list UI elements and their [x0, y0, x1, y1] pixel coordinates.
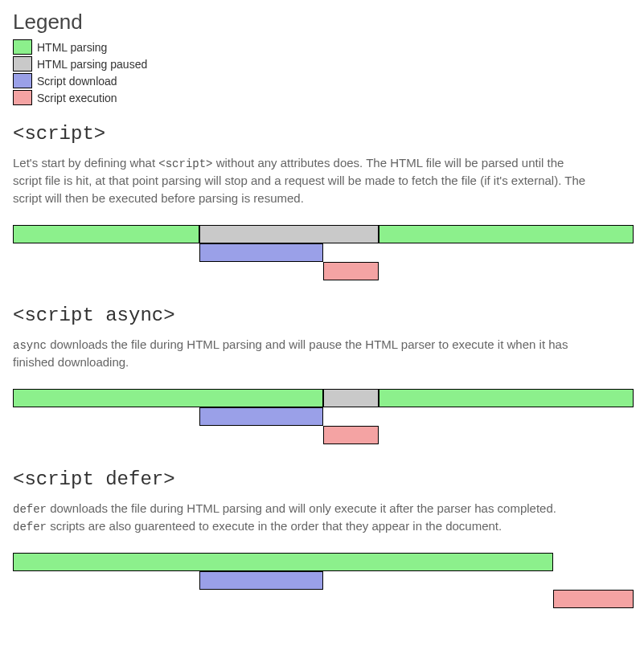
- segment-parsing: [13, 225, 199, 243]
- section-heading: <script async>: [13, 305, 631, 326]
- timeline-row: [13, 553, 634, 571]
- segment-paused: [323, 389, 379, 407]
- timeline-row: [13, 407, 634, 426]
- segment-download: [199, 571, 323, 590]
- timeline-row: [13, 225, 634, 243]
- desc-code: defer: [13, 503, 47, 516]
- legend-label: HTML parsing paused: [37, 58, 147, 71]
- segment-parsing: [13, 389, 323, 407]
- desc-code: async: [13, 339, 47, 352]
- timeline-plain: [13, 225, 634, 280]
- timeline-defer: [13, 553, 634, 608]
- desc-code: defer: [13, 521, 47, 533]
- section-description: defer downloads the file during HTML par…: [13, 500, 592, 536]
- segment-parsing: [379, 389, 634, 407]
- legend-item: Script download: [13, 73, 631, 88]
- section-plain: <script> Let's start by defining what <s…: [13, 123, 631, 280]
- segment-download: [199, 407, 323, 426]
- timeline-row: [13, 426, 634, 444]
- legend: Legend HTML parsing HTML parsing paused …: [13, 10, 631, 105]
- timeline-row: [13, 590, 634, 608]
- legend-label: Script download: [37, 75, 117, 88]
- section-description: async downloads the file during HTML par…: [13, 336, 592, 371]
- segment-paused: [199, 225, 379, 243]
- legend-items: HTML parsing HTML parsing paused Script …: [13, 39, 631, 105]
- section-async: <script async> async downloads the file …: [13, 305, 631, 444]
- section-description: Let's start by defining what <script> wi…: [13, 154, 592, 207]
- section-heading: <script>: [13, 123, 631, 145]
- swatch-paused-icon: [13, 56, 32, 72]
- timeline-async: [13, 389, 634, 444]
- legend-item: HTML parsing: [13, 39, 631, 55]
- segment-execution: [323, 426, 379, 444]
- desc-text: Let's start by defining what: [13, 156, 158, 170]
- timeline-row: [13, 389, 634, 407]
- legend-label: HTML parsing: [37, 41, 107, 54]
- legend-title: Legend: [13, 10, 631, 35]
- swatch-parsing-icon: [13, 39, 32, 55]
- segment-execution: [553, 590, 634, 608]
- timeline-row: [13, 243, 634, 262]
- desc-text: scripts are also guarenteed to execute i…: [47, 519, 502, 533]
- desc-code: <script>: [158, 157, 212, 170]
- swatch-download-icon: [13, 73, 32, 88]
- legend-label: Script execution: [37, 92, 117, 104]
- segment-execution: [323, 262, 379, 280]
- swatch-execution-icon: [13, 90, 32, 105]
- segment-parsing: [379, 225, 634, 243]
- segment-parsing: [13, 553, 553, 571]
- legend-item: HTML parsing paused: [13, 56, 631, 72]
- legend-item: Script execution: [13, 90, 631, 105]
- desc-text: downloads the file during HTML parsing a…: [47, 501, 556, 515]
- timeline-row: [13, 571, 634, 590]
- segment-download: [199, 243, 323, 262]
- timeline-row: [13, 262, 634, 280]
- section-defer: <script defer> defer downloads the file …: [13, 468, 631, 609]
- section-heading: <script defer>: [13, 468, 631, 490]
- desc-text: downloads the file during HTML parsing a…: [13, 337, 568, 369]
